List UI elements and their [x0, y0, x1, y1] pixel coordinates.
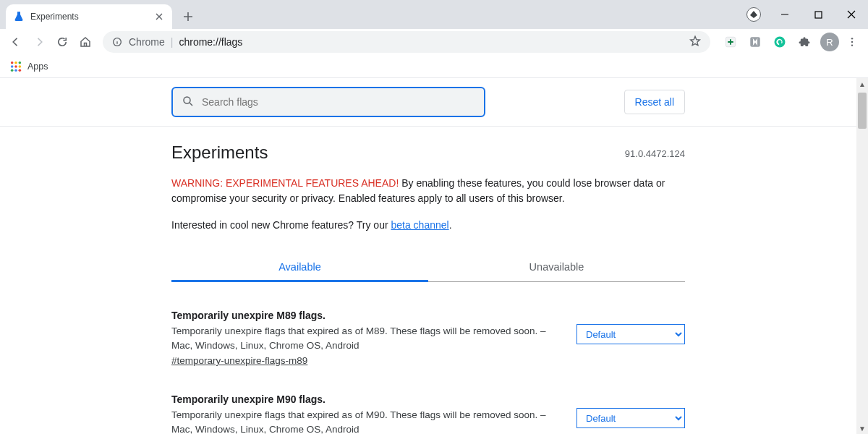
- close-window-button[interactable]: [835, 4, 868, 25]
- search-flags-input[interactable]: [171, 87, 485, 117]
- new-tab-button[interactable]: [178, 7, 198, 27]
- flag-dropdown[interactable]: Default: [576, 408, 685, 428]
- back-button[interactable]: [6, 32, 26, 52]
- beta-channel-link[interactable]: beta channel: [391, 219, 448, 231]
- omnibox-scheme: Chrome: [129, 36, 165, 48]
- svg-point-7: [851, 41, 853, 43]
- extensions-puzzle-icon[interactable]: [796, 33, 813, 51]
- svg-point-8: [851, 44, 853, 46]
- flag-title: Temporarily unexpire M90 flags.: [171, 393, 562, 405]
- tab-available[interactable]: Available: [171, 252, 428, 282]
- home-button[interactable]: [75, 32, 95, 52]
- reset-all-button[interactable]: Reset all: [624, 90, 685, 114]
- flag-row: Temporarily unexpire M89 flags. Temporar…: [171, 310, 685, 366]
- titlebar: Experiments: [0, 0, 868, 29]
- flag-title: Temporarily unexpire M89 flags.: [171, 310, 562, 321]
- search-icon: [182, 95, 195, 110]
- beta-channel-text: Interested in cool new Chrome features? …: [171, 219, 685, 231]
- address-bar[interactable]: Chrome | chrome://flags: [103, 31, 710, 53]
- svg-point-14: [19, 65, 22, 68]
- toolbar: Chrome | chrome://flags R: [0, 29, 868, 55]
- scrollbar-thumb[interactable]: [858, 93, 867, 129]
- extension-1-icon[interactable]: [722, 33, 739, 51]
- page-viewport: Reset all Experiments 91.0.4472.124 WARN…: [0, 78, 868, 434]
- svg-rect-0: [815, 12, 822, 18]
- incognito-indicator-icon[interactable]: [746, 7, 761, 22]
- scroll-down-icon[interactable]: ▼: [856, 422, 868, 434]
- apps-grid-icon[interactable]: [10, 61, 22, 72]
- profile-avatar[interactable]: R: [820, 33, 839, 51]
- svg-point-5: [775, 37, 786, 48]
- svg-point-17: [19, 69, 22, 72]
- bookmarks-bar: Apps: [0, 55, 868, 78]
- tab-title: Experiments: [30, 12, 153, 22]
- flask-icon: [13, 11, 25, 22]
- svg-point-9: [11, 61, 14, 64]
- bookmark-star-icon[interactable]: [689, 35, 702, 50]
- close-tab-icon[interactable]: [153, 11, 165, 22]
- omnibox-url: chrome://flags: [179, 36, 689, 48]
- tab-unavailable[interactable]: Unavailable: [428, 252, 685, 282]
- flag-dropdown[interactable]: Default: [576, 324, 685, 344]
- svg-point-16: [14, 69, 17, 72]
- flag-anchor-link[interactable]: #temporary-unexpire-flags-m89: [171, 355, 307, 366]
- flag-description: Temporarily unexpire flags that expired …: [171, 408, 562, 434]
- forward-button: [29, 32, 49, 52]
- search-flags-field[interactable]: [202, 96, 475, 108]
- window-controls: [746, 0, 868, 29]
- flag-description: Temporarily unexpire flags that expired …: [171, 324, 562, 352]
- minimize-button[interactable]: [768, 4, 801, 25]
- page-title: Experiments: [171, 142, 685, 163]
- maximize-button[interactable]: [801, 4, 835, 25]
- scroll-up-icon[interactable]: ▲: [856, 78, 868, 90]
- reload-button[interactable]: [52, 32, 72, 52]
- flag-row: Temporarily unexpire M90 flags. Temporar…: [171, 393, 685, 434]
- apps-bookmark[interactable]: Apps: [27, 61, 48, 72]
- svg-point-6: [851, 38, 853, 39]
- kebab-menu-icon[interactable]: [842, 32, 862, 52]
- extension-3-icon[interactable]: [771, 33, 788, 51]
- flag-tabs: Available Unavailable: [171, 252, 685, 282]
- scrollbar[interactable]: ▲ ▼: [856, 78, 868, 434]
- site-info-icon[interactable]: [111, 36, 123, 48]
- browser-tab[interactable]: Experiments: [6, 4, 172, 29]
- version-label: 91.0.4472.124: [625, 148, 685, 159]
- svg-point-12: [11, 65, 14, 68]
- extension-2-icon[interactable]: [746, 33, 764, 51]
- svg-point-10: [14, 61, 17, 64]
- svg-point-18: [184, 97, 190, 103]
- svg-point-11: [19, 61, 22, 64]
- warning-text: WARNING: EXPERIMENTAL FEATURES AHEAD! By…: [171, 176, 685, 206]
- svg-point-13: [14, 65, 17, 68]
- svg-point-15: [11, 69, 14, 72]
